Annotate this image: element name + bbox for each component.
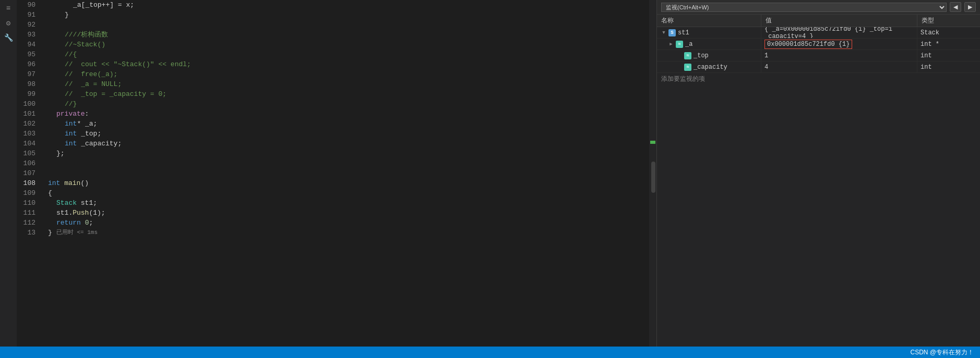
code-line-111: st1.Push(1); [48,208,649,218]
code-line-90: _a[_top++] = x; [48,0,649,10]
code-line-93: ////析构函数 [48,30,649,40]
expand-capacity [676,64,683,71]
watch-row-a[interactable]: ≈ _a 0x000001d85c721fd0 {1} int * [657,39,980,50]
code-lines: _a[_top++] = x; } ////析构函数 //~Stack() [46,0,649,347]
sidebar-icon-3[interactable]: 🔧 [2,31,15,44]
ln-91: 91 [17,10,40,20]
ln-95: 95 [17,50,40,59]
watch-name-capacity: ≈ _capacity [657,61,761,72]
minimap-indicator [650,141,655,144]
ln-112: 112 [17,218,40,228]
ln-98: 98 [17,79,40,89]
ln-109: 109 [17,188,40,198]
watch-name-a: ≈ _a [657,39,761,50]
ln-92: 92 [17,20,40,30]
watch-value-capacity: 4 [761,61,917,72]
watch-value-a: 0x000001d85c721fd0 {1} [761,39,917,50]
code-line-106 [48,158,649,168]
code-line-97: // free(_a); [48,69,649,79]
bottom-bar: CSDN @专科在努力！ [0,347,980,358]
code-line-107 [48,168,649,178]
ln-111: 111 [17,208,40,218]
expand-a[interactable] [667,41,675,48]
ln-103: 103 [17,129,40,139]
ln-93: 93 [17,30,40,40]
code-line-108: ➤ int main() [48,178,649,188]
code-line-112: return 0; [48,218,649,228]
value-highlighted-a: 0x000001d85c721fd0 {1} [764,40,852,49]
code-container: 90 91 92 93 94 95 96 97 98 99 100 101 10… [17,0,656,347]
debug-next-btn[interactable]: ▶ [964,2,976,12]
editor-area: 90 91 92 93 94 95 96 97 98 99 100 101 10… [17,0,656,347]
debug-panel: 监视(Ctrl+Alt+W) ◀ ▶ 名称 值 类型 S st1 { _a [656,0,980,347]
sidebar-icon-2[interactable]: ⚙ [2,17,15,29]
code-line-105: }; [48,149,649,158]
ln-110: 110 [17,198,40,208]
watch-value-st1: { _a=0x000001d85c721fd0 {1} _top=1 _capa… [761,27,917,38]
code-line-99: // _top = _capacity = 0; [48,89,649,99]
watch-table: 名称 值 类型 S st1 { _a=0x000001d85c721fd0 {1… [657,15,980,347]
left-sidebar: ≡ ⚙ 🔧 [0,0,17,347]
ln-107: 107 [17,168,40,178]
ln-102: 102 [17,119,40,129]
watch-type-a: int * [917,39,980,50]
code-line-100: //} [48,99,649,109]
ln-108: 108 [17,178,40,188]
code-line-95: //{ [48,50,649,59]
code-line-110: Stack st1; [48,198,649,208]
expand-top [676,52,683,59]
code-line-102: int* _a; [48,119,649,129]
var-icon-a: ≈ [676,41,683,48]
watch-value-top: 1 [761,50,917,61]
ln-105: 105 [17,149,40,158]
line-numbers: 90 91 92 93 94 95 96 97 98 99 100 101 10… [17,0,46,347]
ln-104: 104 [17,139,40,149]
main-area: ≡ ⚙ 🔧 90 91 92 93 94 95 96 97 98 99 100 … [0,0,980,347]
ln-97: 97 [17,69,40,79]
code-line-113: }已用时 <= 1ms [48,228,649,238]
ln-90: 90 [17,0,40,10]
watch-name-top: ≈ _top [657,50,761,61]
watch-name-st1: S st1 [657,27,761,38]
watch-type-st1: Stack [917,27,980,38]
col-header-type: 类型 [917,15,980,27]
code-line-92 [48,20,649,30]
ln-100: 100 [17,99,40,109]
expand-st1[interactable] [660,29,667,36]
ln-96: 96 [17,59,40,69]
sidebar-icon-1[interactable]: ≡ [2,2,15,15]
ln-113: 13 [17,228,40,238]
watch-table-header: 名称 值 类型 [657,15,980,27]
col-header-name: 名称 [657,15,761,27]
debug-prev-btn[interactable]: ◀ [950,2,961,12]
code-line-94: //~Stack() [48,40,649,50]
code-line-109: { [48,188,649,198]
var-icon-capacity: ≈ [684,64,691,71]
code-line-103: int _top; [48,129,649,139]
bottom-text: CSDN @专科在努力！ [910,348,974,357]
col-header-value: 值 [761,15,917,27]
var-icon-top: ≈ [684,52,691,59]
code-line-96: // cout << "~Stack()" << endl; [48,59,649,69]
ln-99: 99 [17,89,40,99]
ln-106: 106 [17,158,40,168]
watch-dropdown[interactable]: 监视(Ctrl+Alt+W) [661,3,947,12]
watch-type-capacity: int [917,61,980,72]
var-icon-st1: S [668,29,676,36]
scrollbar-track[interactable] [649,0,656,347]
watch-row-capacity[interactable]: ≈ _capacity 4 int [657,61,980,73]
ln-101: 101 [17,109,40,119]
add-watch-row[interactable]: 添加要监视的项 [657,73,980,84]
debug-toolbar: 监视(Ctrl+Alt+W) ◀ ▶ [657,0,980,15]
ln-94: 94 [17,40,40,50]
watch-row-st1[interactable]: S st1 { _a=0x000001d85c721fd0 {1} _top=1… [657,27,980,39]
code-line-101: private: [48,109,649,119]
code-line-104: int _capacity; [48,139,649,149]
watch-type-top: int [917,50,980,61]
code-line-98: // _a = NULL; [48,79,649,89]
scrollbar-thumb[interactable] [651,162,655,193]
code-line-91: } [48,10,649,20]
watch-row-top[interactable]: ≈ _top 1 int [657,50,980,61]
